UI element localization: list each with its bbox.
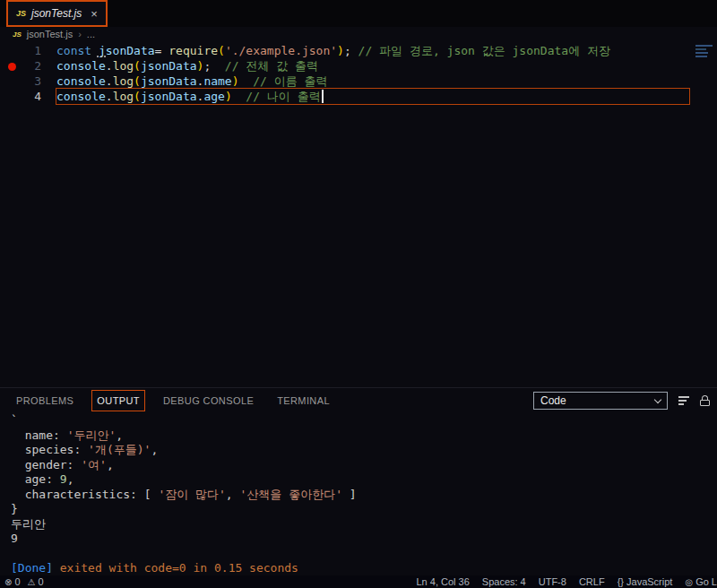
javascript-file-icon: JS (16, 9, 26, 18)
output-line: 9 (11, 532, 717, 547)
output-content[interactable]: ` name: '두리안', species: '개(푸들)', gender:… (0, 413, 717, 575)
panel-tabs: PROBLEMSOUTPUTDEBUG CONSOLETERMINAL (16, 395, 330, 406)
minimap-line (695, 45, 713, 47)
errors-label: 0 (14, 576, 20, 587)
tab-label: jsonTest.js (31, 7, 82, 20)
output-line: [Done] exited with code=0 in 0.15 second… (11, 561, 717, 575)
bottom-panel: PROBLEMSOUTPUTDEBUG CONSOLETERMINAL Code… (0, 387, 717, 575)
breadcrumb[interactable]: JS jsonTest.js › ... (0, 27, 717, 41)
code-editor[interactable]: 1234 const jsonData= require('./example.… (0, 41, 717, 387)
output-line (11, 547, 717, 562)
close-icon[interactable]: × (91, 7, 98, 21)
minimap-line (695, 48, 706, 50)
eol-label: CRLF (579, 576, 605, 587)
encoding-label: UTF-8 (539, 576, 566, 587)
gutter[interactable]: 1234 (0, 43, 41, 104)
chevron-down-icon (654, 395, 661, 402)
breakpoint-dot[interactable] (8, 63, 16, 71)
status-indentation[interactable]: Spaces: 4 (482, 576, 526, 587)
output-line: ` (11, 413, 717, 428)
status-warnings[interactable]: ⚠0 (28, 576, 44, 587)
output-line: 두리안 (11, 517, 717, 532)
line-number[interactable]: 1 (0, 43, 41, 58)
warnings-label: 0 (38, 576, 43, 587)
statusbar-left: ⊗0⚠0 (4, 576, 44, 587)
output-line: species: '개(푸들)', (11, 443, 717, 458)
line-number[interactable]: 4 (0, 89, 41, 104)
hint-dots-decoration (97, 56, 99, 57)
line-number[interactable]: 2 (0, 58, 41, 74)
tab-bar: JS jsonTest.js × (0, 0, 717, 27)
chevron-right-icon: › (78, 29, 82, 39)
go-live-icon: ◎ (685, 577, 693, 587)
minimap-line (695, 56, 707, 57)
status-encoding[interactable]: UTF-8 (539, 576, 566, 587)
annotation-box-line4 (56, 88, 690, 105)
filter-icon[interactable] (678, 396, 689, 405)
panel-controls: Code (533, 392, 710, 410)
output-line: name: '두리안', (11, 428, 717, 444)
line-number[interactable]: 3 (0, 74, 41, 89)
code-line-3[interactable]: console.log(jsonData.name) // 이름 출력 (56, 74, 694, 89)
language-mode-label: {} JavaScript (618, 576, 673, 587)
output-line: age: 9, (11, 472, 717, 488)
breadcrumb-more[interactable]: ... (87, 29, 95, 39)
warnings-icon: ⚠ (28, 577, 36, 587)
status-bar: ⊗0⚠0 Ln 4, Col 36Spaces: 4UTF-8CRLF{} Ja… (0, 575, 717, 588)
output-line: characteristics: [ '잠이 많다', '산책을 좋아한다' ] (11, 488, 717, 503)
minimap[interactable] (695, 45, 715, 59)
tab-jsontest-js[interactable]: JS jsonTest.js × (6, 0, 108, 27)
breadcrumb-file[interactable]: jsonTest.js (27, 29, 73, 39)
lock-icon[interactable] (700, 395, 710, 406)
minimap-line (695, 52, 708, 54)
code-line-2[interactable]: console.log(jsonData); // 전체 값 출력 (56, 58, 694, 74)
status-cursor-position[interactable]: Ln 4, Col 36 (416, 576, 469, 587)
javascript-file-icon: JS (13, 30, 22, 39)
panel-tab-output[interactable]: OUTPUT (97, 395, 140, 406)
output-line: } (11, 502, 717, 517)
errors-icon: ⊗ (4, 577, 12, 587)
panel-tab-debug-console[interactable]: DEBUG CONSOLE (163, 395, 254, 406)
status-eol[interactable]: CRLF (579, 576, 605, 587)
statusbar-right: Ln 4, Col 36Spaces: 4UTF-8CRLF{} JavaScr… (416, 576, 717, 587)
status-language-mode[interactable]: {} JavaScript (618, 576, 673, 587)
status-go-live[interactable]: ◎Go L (685, 576, 717, 587)
panel-header: PROBLEMSOUTPUTDEBUG CONSOLETERMINAL Code (0, 388, 717, 413)
go-live-label: Go L (695, 576, 717, 587)
output-channel-dropdown[interactable]: Code (533, 392, 668, 410)
dropdown-value: Code (540, 394, 566, 407)
status-errors[interactable]: ⊗0 (4, 576, 21, 587)
output-line: gender: '여', (11, 458, 717, 473)
cursor-position-label: Ln 4, Col 36 (416, 576, 469, 587)
panel-tab-terminal[interactable]: TERMINAL (277, 395, 330, 406)
indentation-label: Spaces: 4 (482, 576, 526, 587)
panel-tab-problems[interactable]: PROBLEMS (16, 395, 73, 406)
code-line-1[interactable]: const jsonData= require('./example.json'… (56, 43, 694, 58)
